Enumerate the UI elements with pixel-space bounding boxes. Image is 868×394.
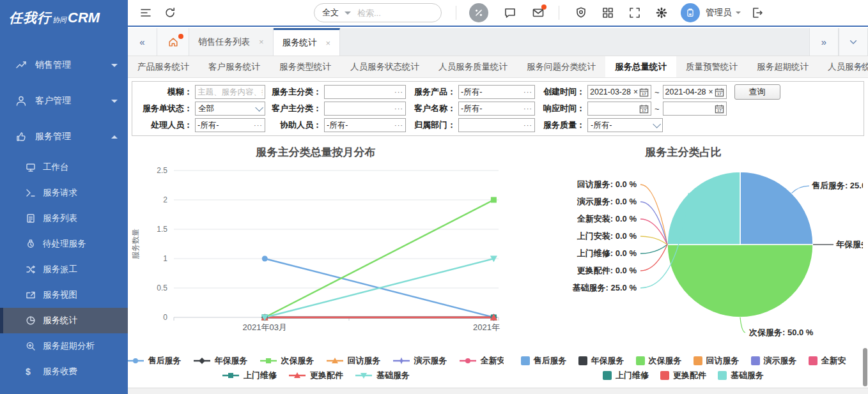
lookup-input[interactable]: -所有-··· xyxy=(195,118,265,132)
tab-销售任务列表[interactable]: 销售任务列表× xyxy=(189,28,274,56)
search-scope-caret-icon[interactable] xyxy=(345,11,351,15)
subtab-服务总量统计[interactable]: 服务总量统计 xyxy=(605,56,676,77)
sidebar-item-服务派工[interactable]: 服务派工 xyxy=(0,257,128,282)
legend-item-全新安[interactable]: 全新安 xyxy=(459,355,504,367)
user-name[interactable]: 管理员 xyxy=(706,7,732,19)
lookup-input[interactable]: ··· xyxy=(324,102,406,116)
line-chart-block: 服务主分类总量按月分布 00.511.522.5服务数量2021年03月2021… xyxy=(128,136,504,386)
chat-icon[interactable] xyxy=(504,6,516,19)
legend-item-次保服务[interactable]: 次保服务 xyxy=(260,355,314,367)
user-menu-caret-icon[interactable] xyxy=(736,11,741,14)
lookup-input[interactable]: -所有-··· xyxy=(458,102,535,116)
legend-item-次保服务[interactable]: 次保服务 xyxy=(636,355,682,367)
lookup-dots-icon[interactable]: ··· xyxy=(392,88,403,96)
sidebar-item-待处理服务[interactable]: 待处理服务 xyxy=(0,231,128,257)
clear-date-icon[interactable]: × xyxy=(709,87,713,96)
tabs-list-button[interactable] xyxy=(839,28,868,56)
select-服务单状态[interactable]: 全部 xyxy=(195,102,265,116)
line-chart[interactable]: 00.511.522.5服务数量2021年03月2021年 xyxy=(128,163,504,335)
lookup-dots-icon[interactable]: ··· xyxy=(522,88,532,96)
subtab-客户服务统计[interactable]: 客户服务统计 xyxy=(199,56,270,77)
sidebar-item-服务视图[interactable]: 服务视图 xyxy=(0,282,128,308)
sidebar-item-服务列表[interactable]: 服务列表 xyxy=(0,206,128,231)
calendar-icon[interactable]: 17 xyxy=(639,104,649,114)
tabs-scroll-left-button[interactable]: « xyxy=(128,28,157,56)
line-chart-legend: 售后服务年保服务次保服务回访服务演示服务全新安上门维修更换配件基础服务 xyxy=(128,355,504,381)
legend-item-上门维修[interactable]: 上门维修 xyxy=(222,370,277,381)
lookup-input[interactable]: -所有-··· xyxy=(458,85,535,99)
lookup-input[interactable]: -所有-··· xyxy=(324,118,406,132)
subtab-服务问题分类统计[interactable]: 服务问题分类统计 xyxy=(517,56,605,77)
vertical-scrollbar-thumb[interactable] xyxy=(863,348,867,386)
legend-item-回访服务[interactable]: 回访服务 xyxy=(694,355,740,367)
tabs-scroll-right-button[interactable]: » xyxy=(809,28,839,56)
lookup-dots-icon[interactable]: ··· xyxy=(252,121,263,129)
legend-item-演示服务[interactable]: 演示服务 xyxy=(392,355,447,367)
sidebar-item-服务收费[interactable]: $服务收费 xyxy=(0,359,128,384)
avatar-badge-icon[interactable] xyxy=(681,3,700,22)
date-from-input[interactable]: 17 xyxy=(587,102,651,116)
gear-icon[interactable] xyxy=(655,6,668,19)
query-button[interactable]: 查询 xyxy=(734,84,780,100)
sidebar-item-客户管理[interactable]: 客户管理 xyxy=(0,83,128,119)
date-to-input[interactable]: 17 xyxy=(663,102,727,116)
legend-item-回访服务[interactable]: 回访服务 xyxy=(326,355,381,367)
clear-date-icon[interactable]: × xyxy=(633,87,638,96)
calendar-icon[interactable]: 17 xyxy=(639,87,649,97)
sidebar-item-工作台[interactable]: 工作台 xyxy=(0,155,128,180)
fuzzy-search-input[interactable] xyxy=(198,87,263,96)
legend-item-售后服务[interactable]: 售后服务 xyxy=(128,355,182,367)
subtab-产品服务统计[interactable]: 产品服务统计 xyxy=(128,56,199,77)
close-icon[interactable]: × xyxy=(326,38,331,48)
legend-item-售后服务[interactable]: 售后服务 xyxy=(521,355,567,367)
phone-disabled-icon[interactable] xyxy=(469,3,488,22)
sidebar-item-服务超期分析[interactable]: 服务超期分析 xyxy=(0,333,128,359)
pie-chart[interactable]: 回访服务: 0.0 %演示服务: 0.0 %全新安装: 0.0 %上门安装: 0… xyxy=(504,163,863,348)
legend-item-演示服务[interactable]: 演示服务 xyxy=(751,355,797,367)
subtabs-more-chevron-icon[interactable] xyxy=(855,62,864,71)
legend-item-基础服务[interactable]: 基础服务 xyxy=(718,370,764,381)
legend-item-年保服务[interactable]: 年保服务 xyxy=(193,355,248,367)
select-value: -所有- xyxy=(591,120,612,131)
logout-icon[interactable] xyxy=(751,6,764,19)
close-icon[interactable]: × xyxy=(259,37,264,47)
fullscreen-icon[interactable] xyxy=(628,6,641,19)
date-from-input[interactable]: 2021-03-28×17 xyxy=(587,85,651,99)
subtab-人员服务状态统计[interactable]: 人员服务状态统计 xyxy=(341,56,429,77)
legend-item-上门维修[interactable]: 上门维修 xyxy=(603,370,649,381)
legend-item-基础服务[interactable]: 基础服务 xyxy=(355,370,410,381)
sidebar-item-销售管理[interactable]: 销售管理 xyxy=(0,47,128,83)
search-scope-label[interactable]: 全文 xyxy=(322,7,339,19)
search-input[interactable] xyxy=(357,8,421,18)
legend-item-更换配件[interactable]: 更换配件 xyxy=(288,370,343,381)
legend-item-年保服务[interactable]: 年保服务 xyxy=(578,355,624,367)
select-服务质量[interactable]: -所有- xyxy=(587,118,663,132)
lookup-dots-icon[interactable]: ··· xyxy=(392,121,403,129)
sidebar-item-服务请求[interactable]: 服务请求 xyxy=(0,180,128,206)
lookup-dots-icon[interactable]: ··· xyxy=(522,121,532,129)
calendar-icon[interactable]: 17 xyxy=(715,104,724,114)
mail-icon[interactable] xyxy=(532,6,545,19)
refresh-icon[interactable] xyxy=(164,6,176,19)
date-to-input[interactable]: 2021-04-28×17 xyxy=(663,85,727,99)
lookup-dots-icon[interactable]: ··· xyxy=(522,105,532,112)
lookup-input[interactable]: ··· xyxy=(458,118,535,132)
apps-grid-icon[interactable] xyxy=(601,6,614,19)
subtab-人员服务质量统计[interactable]: 人员服务质量统计 xyxy=(429,56,517,77)
subtab-服务超期统计[interactable]: 服务超期统计 xyxy=(747,56,818,77)
subtab-质量预警统计[interactable]: 质量预警统计 xyxy=(676,56,747,77)
subtab-服务类型统计[interactable]: 服务类型统计 xyxy=(270,56,341,77)
lookup-dots-icon[interactable]: ··· xyxy=(392,105,403,112)
shield-icon[interactable] xyxy=(575,6,587,19)
legend-label: 回访服务 xyxy=(706,355,740,367)
calendar-icon[interactable]: 17 xyxy=(715,87,724,97)
horizontal-scrollbar-track[interactable] xyxy=(128,388,868,394)
sidebar-item-服务管理[interactable]: 服务管理 xyxy=(0,119,128,155)
legend-item-更换配件[interactable]: 更换配件 xyxy=(660,370,706,381)
home-tab-button[interactable] xyxy=(157,28,189,56)
menu-fold-icon[interactable] xyxy=(139,6,152,19)
lookup-input[interactable]: ··· xyxy=(324,85,406,99)
tab-服务统计[interactable]: 服务统计× xyxy=(274,28,341,56)
sidebar-item-服务统计[interactable]: 服务统计 xyxy=(0,308,128,333)
legend-item-全新安[interactable]: 全新安 xyxy=(809,355,846,367)
